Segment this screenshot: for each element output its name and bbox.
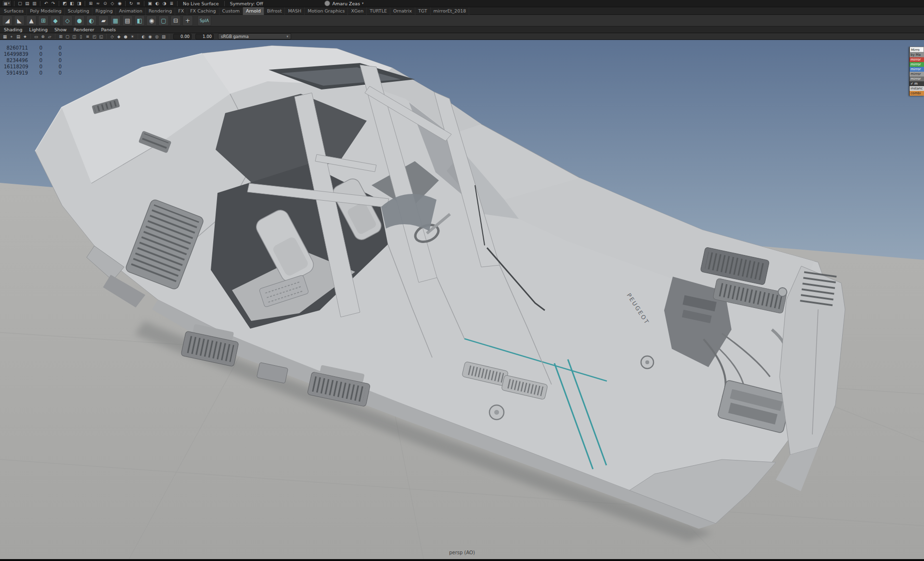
shelf-tab-xgen[interactable]: XGen xyxy=(348,7,367,15)
mirror-panel-row[interactable]: by Ma xyxy=(910,52,924,57)
undo-icon[interactable]: ↶ xyxy=(43,0,49,7)
safe-action-icon[interactable]: ◰ xyxy=(91,34,97,39)
select-by-component-icon[interactable]: ◨ xyxy=(76,0,82,7)
shelf-tab-bifrost[interactable]: Bifrost xyxy=(264,7,285,15)
shelf-tab-ornatrix[interactable]: Ornatrix xyxy=(390,7,415,15)
mirror-merge-checkbox[interactable]: ✓ m xyxy=(910,81,924,86)
mirror-x-button[interactable]: mirror xyxy=(910,57,924,62)
lasso-tool-icon[interactable]: ◣ xyxy=(14,15,25,26)
wireframe-icon[interactable]: ◇ xyxy=(109,34,115,39)
time-slider-collapsed[interactable] xyxy=(0,559,924,561)
redo-icon[interactable]: ↷ xyxy=(50,0,56,7)
shelf-tab-rigging[interactable]: Rigging xyxy=(92,7,116,15)
shelf-script-button[interactable]: SplA xyxy=(197,15,211,26)
grid-toggle-icon[interactable]: ⊞ xyxy=(58,34,64,39)
snap-to-grid-icon[interactable]: ⊞ xyxy=(88,0,94,7)
symmetry-indicator[interactable]: Symmetry: Off xyxy=(227,1,266,6)
panel-menu-shading[interactable]: Shading xyxy=(4,27,23,32)
shelf-tab-rendering[interactable]: Rendering xyxy=(146,7,176,15)
make-live-icon[interactable]: ◉ xyxy=(116,0,123,7)
perspective-viewport[interactable]: PEUGEOT xyxy=(0,40,924,559)
shelf-tab-motion-graphics[interactable]: Motion Graphics xyxy=(305,7,348,15)
mirror-panel-field[interactable]: Mirro xyxy=(910,47,924,52)
shelf-tab-custom[interactable]: Custom xyxy=(219,7,243,15)
poly-plane-icon[interactable]: ◇ xyxy=(62,15,73,26)
screen-space-ao-icon[interactable]: ◉ xyxy=(147,34,153,39)
image-plane-icon[interactable]: ▭ xyxy=(33,34,39,39)
shelf-tab-arnold[interactable]: Arnold xyxy=(243,7,264,15)
shelf-tab-sculpting[interactable]: Sculpting xyxy=(65,7,92,15)
use-all-lights-icon[interactable]: ☀ xyxy=(129,34,135,39)
snap-to-plane-icon[interactable]: ◇ xyxy=(109,0,116,7)
camera-attributes-icon[interactable]: ▤ xyxy=(15,34,21,39)
poly-cube-icon[interactable]: ⊞ xyxy=(38,15,49,26)
shadows-icon[interactable]: ◐ xyxy=(141,34,146,39)
add-divisions-icon[interactable]: + xyxy=(182,15,193,26)
shelf-tab-surfaces[interactable]: Surfaces xyxy=(1,7,27,15)
shelf-tab-poly-modeling[interactable]: Poly Modeling xyxy=(27,7,65,15)
ipr-render-icon[interactable]: ◑ xyxy=(161,0,167,7)
mirror-geometry-icon[interactable]: ◉ xyxy=(146,15,157,26)
poly-sphere-icon[interactable]: ▲ xyxy=(26,15,37,26)
multi-cut-icon[interactable]: ▦ xyxy=(110,15,121,26)
select-by-object-icon[interactable]: ◧ xyxy=(69,0,75,7)
viewport-canvas[interactable]: PEUGEOT xyxy=(0,40,924,559)
colorspace-dropdown[interactable]: sRGB gamma ▾ xyxy=(218,33,291,39)
shelf-tab-mash[interactable]: MASH xyxy=(285,7,305,15)
snap-to-curve-icon[interactable]: ≈ xyxy=(95,0,101,7)
panel-menu-panels[interactable]: Panels xyxy=(101,27,116,32)
film-gate-icon[interactable]: ▢ xyxy=(64,34,70,39)
nurbs-circle-icon[interactable]: ● xyxy=(74,15,85,26)
mirror-panel-row[interactable]: mirror xyxy=(910,76,924,81)
node-editor-icon[interactable]: ≡ xyxy=(135,0,141,7)
exposure-field[interactable]: 0.00 xyxy=(173,34,192,39)
mirror-y-button[interactable]: mirror xyxy=(910,62,924,67)
mirror-panel-row[interactable]: mirror xyxy=(910,72,924,76)
select-by-hierarchy-icon[interactable]: ◩ xyxy=(62,0,68,7)
motion-blur-icon[interactable]: ◎ xyxy=(154,34,160,39)
field-chart-icon[interactable]: ≡ xyxy=(85,34,90,39)
resolution-gate-icon[interactable]: ◫ xyxy=(71,34,77,39)
bevel-icon[interactable]: ◐ xyxy=(86,15,97,26)
live-surface-indicator[interactable]: No Live Surface xyxy=(180,1,222,6)
render-current-frame-icon[interactable]: ◐ xyxy=(154,0,160,7)
lock-camera-icon[interactable]: ⌖ xyxy=(9,34,14,39)
shelf-tab-mirroret-2018[interactable]: mirrorEt_2018 xyxy=(431,7,470,15)
multisampling-icon[interactable]: ▨ xyxy=(161,34,167,39)
shelf-tab-fx[interactable]: FX xyxy=(175,7,187,15)
shelf-tab-animation[interactable]: Animation xyxy=(116,7,145,15)
grease-pencil-icon[interactable]: ▱ xyxy=(47,34,52,39)
smooth-icon[interactable]: ▢ xyxy=(158,15,169,26)
snap-to-point-icon[interactable]: ⊙ xyxy=(102,0,108,7)
account-menu[interactable]: Amaru Zeas ▾ xyxy=(324,0,363,6)
gamma-field[interactable]: 1.00 xyxy=(195,34,214,39)
shelf-tab-tgt[interactable]: TGT xyxy=(415,7,431,15)
render-view-icon[interactable]: ▣ xyxy=(147,0,153,7)
safe-title-icon[interactable]: ◱ xyxy=(98,34,104,39)
mirror-combine-button[interactable]: combi xyxy=(910,91,924,96)
gate-mask-icon[interactable]: ▯ xyxy=(78,34,84,39)
mirror-instance-button[interactable]: instanc xyxy=(910,86,924,91)
bookmarks-icon[interactable]: ★ xyxy=(22,34,28,39)
quad-draw-icon[interactable]: ▤ xyxy=(122,15,133,26)
panel-menu-show[interactable]: Show xyxy=(54,27,67,32)
target-weld-icon[interactable]: ◧ xyxy=(134,15,145,26)
panel-menu-renderer[interactable]: Renderer xyxy=(74,27,94,32)
menu-set-dropdown[interactable]: ▦ ▾ xyxy=(2,0,12,7)
shelf-tab-fx-caching[interactable]: FX Caching xyxy=(187,7,219,15)
textured-display-icon[interactable]: ● xyxy=(123,34,128,39)
extrude-icon[interactable]: ▰ xyxy=(98,15,109,26)
two-d-pan-zoom-icon[interactable]: ⊕ xyxy=(40,34,46,39)
boolean-icon[interactable]: ⊟ xyxy=(170,15,181,26)
new-scene-icon[interactable]: ▢ xyxy=(17,0,23,7)
poly-cylinder-icon[interactable]: ◆ xyxy=(50,15,61,26)
select-tool-icon[interactable]: ◢ xyxy=(2,15,13,26)
panel-menu-lighting[interactable]: Lighting xyxy=(29,27,48,32)
open-scene-icon[interactable]: ▤ xyxy=(24,0,30,7)
construction-history-icon[interactable]: ↻ xyxy=(128,0,134,7)
shaded-display-icon[interactable]: ◆ xyxy=(116,34,122,39)
render-settings-icon[interactable]: ≣ xyxy=(168,0,175,7)
select-camera-icon[interactable]: ▦ xyxy=(2,34,8,39)
mirror-z-button[interactable]: mirror xyxy=(910,67,924,72)
shelf-tab-turtle[interactable]: TURTLE xyxy=(367,7,390,15)
